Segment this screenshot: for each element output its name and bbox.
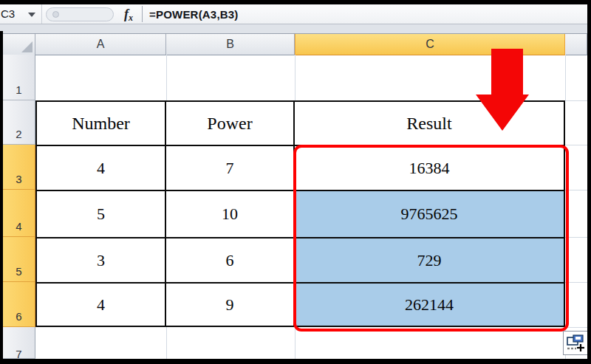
- formula-input[interactable]: =POWER(A3,B3): [149, 4, 239, 24]
- select-all-triangle-icon: [21, 41, 33, 52]
- gridline: [565, 327, 587, 328]
- down-arrow-icon: [473, 44, 532, 134]
- row-header-2[interactable]: 2: [3, 100, 35, 145]
- formula-bar: C3 fx =POWER(A3,B3): [0, 4, 587, 24]
- column-header-a[interactable]: A: [35, 34, 166, 55]
- formula-bar-divider: [142, 6, 143, 22]
- cell-A5[interactable]: 3: [37, 238, 166, 284]
- row-header-6[interactable]: 6: [3, 282, 35, 327]
- cell-B4[interactable]: 10: [166, 191, 295, 238]
- cell-B2[interactable]: Power: [166, 102, 295, 146]
- row-header-5[interactable]: 5: [3, 237, 35, 282]
- right-matte-bar: [587, 0, 591, 364]
- bottom-matte-bar: [0, 359, 591, 364]
- cell-B3[interactable]: 7: [166, 146, 295, 191]
- gridline: [166, 55, 167, 100]
- cell-A2[interactable]: Number: [37, 102, 166, 146]
- gridline: [295, 327, 296, 359]
- row-header-3[interactable]: 3: [3, 145, 35, 190]
- pill-dot-icon: [52, 11, 59, 18]
- cell-A6[interactable]: 4: [37, 284, 166, 326]
- name-box[interactable]: C3: [0, 4, 42, 24]
- select-all-button[interactable]: [3, 34, 35, 55]
- gridline: [565, 100, 587, 101]
- cell-B5[interactable]: 6: [166, 238, 295, 284]
- cell-A4[interactable]: 5: [37, 191, 166, 238]
- insert-function-button[interactable]: fx: [117, 4, 140, 24]
- cell-A3[interactable]: 4: [37, 146, 166, 191]
- gridline: [565, 145, 587, 145]
- row-header-1[interactable]: 1: [3, 55, 35, 100]
- autofill-options-button[interactable]: [563, 331, 588, 355]
- selection-highlight-border: [293, 145, 569, 332]
- row-header-4[interactable]: 4: [3, 190, 35, 237]
- chevron-down-icon[interactable]: [28, 13, 35, 17]
- gridline: [565, 55, 566, 100]
- column-header-d[interactable]: [565, 34, 587, 55]
- column-header-b[interactable]: B: [166, 34, 295, 55]
- fill-options-icon: [566, 334, 585, 353]
- formula-bar-gap: [0, 24, 587, 33]
- excel-window: C3 fx =POWER(A3,B3) A B C 1 2 3 4 5 6 7: [0, 0, 591, 364]
- gridline: [166, 327, 167, 359]
- cell-B6[interactable]: 9: [166, 284, 295, 326]
- formula-bar-pill: [46, 7, 114, 21]
- name-box-value[interactable]: C3: [1, 7, 15, 20]
- top-matte-bar: [0, 0, 591, 4]
- gridline: [295, 55, 296, 100]
- left-matte-bar: [0, 31, 3, 364]
- row-header-7[interactable]: 7: [3, 327, 35, 359]
